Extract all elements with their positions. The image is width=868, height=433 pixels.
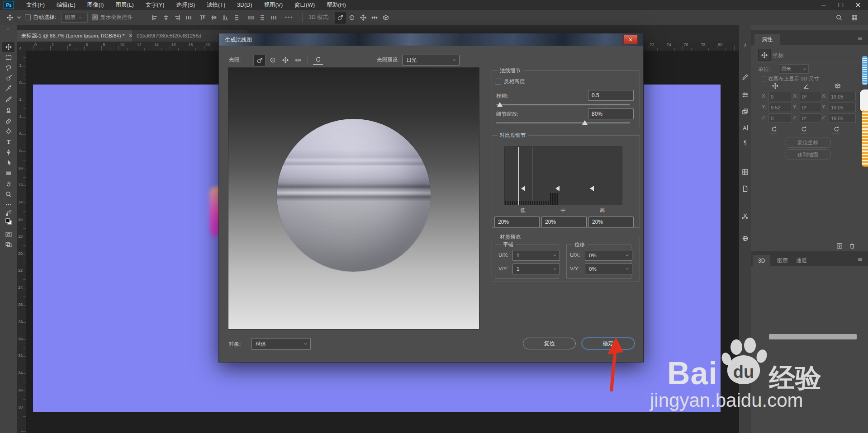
mid-handle-icon[interactable] [555, 186, 560, 191]
menu-item-3[interactable]: 图层(L) [109, 0, 139, 10]
tile-ux-dropdown[interactable]: 1 [512, 250, 560, 261]
edge-blue-slider[interactable] [862, 56, 868, 85]
clone-stamp-tool-icon[interactable] [2, 105, 14, 115]
invert-height-checkbox[interactable] [495, 79, 501, 85]
zoom-tool-icon[interactable] [2, 189, 14, 199]
paragraph-panel-icon[interactable]: ¶ [741, 139, 749, 146]
align-vcenter-icon[interactable] [209, 13, 218, 22]
slide-light-icon[interactable] [292, 55, 304, 66]
distribute-v-icon[interactable] [232, 13, 241, 22]
quick-mask-icon[interactable] [2, 230, 14, 240]
coordinates-mode-button[interactable] [758, 49, 771, 61]
tab-3d[interactable]: 3D [753, 255, 770, 266]
distribute-h-icon[interactable] [184, 13, 193, 22]
eyedropper-tool-icon[interactable] [2, 83, 14, 93]
vertical-ruler[interactable]: 4202468101214161820222426283032343638 [17, 51, 26, 433]
low-value-input[interactable]: 20% [494, 216, 540, 227]
position-x-input[interactable]: 0 [768, 92, 792, 101]
layers-icon[interactable] [741, 108, 749, 115]
distribute-left-icon[interactable] [247, 13, 256, 22]
toolbar-collapse-icon[interactable]: » [5, 27, 13, 31]
high-handle-icon[interactable] [590, 186, 594, 191]
pen-tool-icon[interactable] [2, 147, 14, 157]
align-left-icon[interactable] [150, 13, 159, 22]
menu-item-10[interactable]: 帮助(H) [321, 0, 351, 10]
hand-tool-icon[interactable] [2, 179, 14, 188]
3d-roll-mode-icon[interactable] [347, 12, 357, 23]
align-hcenter-icon[interactable] [161, 13, 171, 22]
sliders-icon[interactable] [741, 91, 749, 99]
foreground-background-swatch[interactable] [2, 216, 14, 226]
3d-scale-mode-icon[interactable] [381, 12, 391, 23]
tab-layers[interactable]: 图层 [772, 255, 793, 266]
reset-button[interactable]: 复位 [523, 338, 576, 349]
3d-orbit-mode-icon[interactable] [335, 12, 346, 24]
detail-scale-slider-thumb[interactable] [582, 120, 588, 125]
offset-vy-dropdown[interactable]: 0% [585, 264, 632, 274]
contrast-histogram[interactable] [504, 146, 622, 205]
unit-dropdown[interactable]: 厘米 [779, 64, 809, 74]
tool-preset-chevron-icon[interactable] [15, 10, 23, 25]
distribute-center-icon[interactable] [258, 13, 267, 22]
scale-x-input[interactable]: 19.05 [829, 92, 856, 101]
panel-menu-icon[interactable] [857, 36, 863, 42]
offset-ux-dropdown[interactable]: 0% [585, 250, 632, 261]
menu-item-8[interactable]: 视图(V) [258, 0, 289, 10]
blur-value-input[interactable]: 0.5 [588, 90, 634, 101]
menu-item-7[interactable]: 3D(D) [231, 0, 258, 10]
maximize-button[interactable] [837, 1, 844, 9]
auto-select-checkbox[interactable] [25, 10, 31, 25]
show-transform-checkbox[interactable]: ✓ [92, 10, 98, 25]
position-y-input[interactable]: 9.52 [768, 103, 792, 112]
rectangle-tool-icon[interactable] [2, 168, 14, 178]
mid-value-input[interactable]: 20% [541, 216, 587, 227]
render-icon[interactable] [836, 242, 843, 249]
sphere-panel-icon[interactable] [741, 235, 749, 242]
orbit-light-icon[interactable] [253, 55, 266, 66]
quick-selection-tool-icon[interactable] [2, 73, 14, 83]
reset-light-icon[interactable] [313, 55, 323, 65]
eraser-tool-icon[interactable] [2, 116, 14, 126]
delete-icon[interactable] [849, 242, 856, 249]
light-preset-dropdown[interactable]: 日光 [402, 55, 460, 66]
close-window-button[interactable] [854, 1, 862, 9]
rotation-x-input[interactable]: 0° [800, 92, 821, 101]
document-tab-active[interactable]: 未标题-1 @ 66.7% (Lorem Ipsum, RGB/8#) * ✕ [17, 30, 141, 42]
menu-item-2[interactable]: 图像(I) [81, 0, 110, 10]
screen-mode-icon[interactable] [2, 239, 14, 249]
grid-panel-icon[interactable] [741, 168, 749, 176]
scale-z-input[interactable]: 19.05 [829, 113, 856, 123]
menu-item-6[interactable]: 滤镜(T) [201, 0, 231, 10]
lasso-tool-icon[interactable] [2, 63, 14, 73]
3d-slide-mode-icon[interactable] [370, 12, 379, 23]
roll-light-icon[interactable] [267, 55, 278, 66]
distribute-right-icon[interactable] [269, 13, 278, 22]
show-3d-size-checkbox[interactable] [761, 76, 766, 81]
lower-panel-menu-icon[interactable] [857, 257, 863, 262]
align-bottom-icon[interactable] [221, 13, 230, 22]
pan-light-icon[interactable] [280, 55, 291, 66]
detail-scale-value-input[interactable]: 80% [588, 108, 634, 119]
paint-bucket-tool-icon[interactable] [2, 126, 14, 136]
move-to-ground-button[interactable]: 移到地面 [785, 149, 831, 160]
tab-channels[interactable]: 通道 [791, 255, 812, 266]
scissors-icon[interactable] [741, 212, 749, 220]
scale-y-input[interactable]: 19.05 [829, 103, 856, 112]
blur-slider[interactable] [496, 104, 630, 105]
detail-scale-slider[interactable] [496, 122, 630, 123]
reset-coordinates-button[interactable]: 复位坐标 [785, 137, 831, 148]
edge-orange-slider[interactable] [862, 110, 868, 167]
type-tool-icon[interactable]: T [2, 136, 14, 146]
menu-item-5[interactable]: 选择(S) [170, 0, 201, 10]
path-select-tool-icon[interactable] [2, 158, 14, 168]
blur-slider-thumb[interactable] [497, 102, 503, 107]
dialog-close-button[interactable] [623, 35, 638, 44]
3d-panel-scrubber[interactable] [769, 334, 857, 339]
dialog-titlebar[interactable]: 生成法线图 [219, 33, 643, 46]
menu-item-0[interactable]: 文件(F) [20, 0, 51, 10]
marquee-tool-icon[interactable] [2, 52, 14, 62]
tile-vy-dropdown[interactable]: 1 [512, 264, 560, 274]
align-right-icon[interactable] [173, 13, 182, 22]
rotation-y-input[interactable]: 0° [800, 103, 821, 112]
low-handle-icon[interactable] [521, 186, 525, 191]
